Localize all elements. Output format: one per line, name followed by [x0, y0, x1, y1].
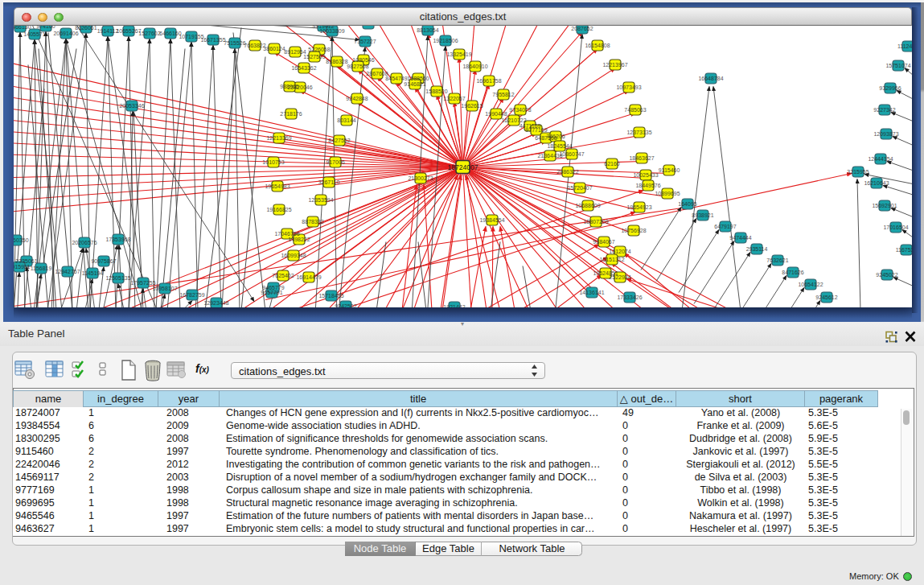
svg-text:1498222: 1498222 [288, 236, 310, 241]
svg-text:18640910: 18640910 [462, 63, 487, 68]
svg-text:16671355: 16671355 [200, 36, 225, 42]
svg-text:90975867: 90975867 [91, 257, 116, 263]
svg-text:10025433: 10025433 [633, 171, 658, 177]
svg-text:15718485: 15718485 [318, 292, 343, 298]
svg-text:9245022: 9245022 [876, 271, 897, 277]
svg-text:18463627: 18463627 [629, 154, 654, 160]
svg-text:62160: 62160 [604, 160, 620, 166]
svg-text:18449576: 18449576 [635, 182, 660, 187]
svg-text:8938921: 8938921 [692, 212, 713, 217]
svg-text:2935114: 2935114 [746, 245, 768, 251]
svg-text:9329966: 9329966 [879, 84, 901, 90]
svg-text:5512913: 5512913 [357, 26, 379, 27]
svg-text:7485063: 7485063 [624, 106, 646, 112]
svg-text:15720407: 15720407 [567, 184, 592, 190]
svg-text:14136141: 14136141 [579, 289, 604, 295]
svg-text:10654122: 10654122 [798, 281, 823, 286]
svg-text:20691406: 20691406 [53, 30, 78, 35]
svg-text:7625402: 7625402 [272, 272, 294, 278]
svg-text:10860747: 10860747 [559, 150, 584, 156]
svg-text:16210643: 16210643 [864, 179, 889, 185]
svg-text:12373135: 12373135 [626, 129, 651, 134]
svg-text:917006: 917006 [326, 159, 344, 164]
svg-text:17016504: 17016504 [883, 224, 908, 229]
svg-text:8186328: 8186328 [326, 58, 347, 64]
svg-text:13325419: 13325419 [446, 51, 471, 56]
svg-text:3267110: 3267110 [318, 179, 340, 184]
svg-text:974160: 974160 [36, 26, 55, 29]
svg-text:17957255: 17957255 [130, 279, 155, 285]
svg-text:3915911: 3915911 [14, 263, 30, 269]
svg-text:3215955: 3215955 [847, 168, 869, 174]
svg-text:6479197: 6479197 [714, 223, 736, 229]
svg-text:1080546: 1080546 [352, 56, 374, 62]
svg-text:12093873: 12093873 [873, 130, 898, 136]
svg-text:1010753: 1010753 [262, 159, 284, 164]
svg-text:9777169: 9777169 [525, 126, 547, 132]
svg-text:8471626: 8471626 [782, 269, 803, 274]
svg-text:10899695: 10899695 [655, 190, 680, 196]
svg-text:16782759: 16782759 [179, 291, 204, 297]
svg-text:26260350: 26260350 [14, 237, 29, 242]
svg-text:1588520: 1588520 [425, 88, 447, 93]
svg-text:164095: 164095 [678, 200, 696, 206]
svg-text:15692901: 15692901 [872, 202, 897, 208]
svg-text:12444154: 12444154 [868, 155, 893, 161]
svg-text:2522934: 2522934 [609, 274, 630, 279]
svg-text:7663822: 7663822 [244, 42, 265, 47]
svg-text:9474444: 9474444 [729, 234, 751, 240]
svg-text:9734078: 9734078 [509, 106, 531, 112]
svg-text:21300273: 21300273 [408, 175, 433, 180]
svg-text:9657791: 9657791 [261, 289, 282, 295]
svg-text:5226058: 5226058 [308, 46, 330, 51]
svg-text:8878332: 8878332 [302, 218, 323, 224]
svg-text:16154808: 16154808 [585, 42, 610, 47]
svg-text:12942757: 12942757 [55, 268, 80, 274]
svg-text:9384067: 9384067 [593, 238, 614, 244]
svg-text:988965: 988965 [280, 83, 298, 89]
svg-text:9115460: 9115460 [659, 167, 680, 172]
svg-text:19166825: 19166825 [266, 206, 291, 212]
svg-text:9242502: 9242502 [335, 303, 356, 307]
svg-text:7357227: 7357227 [354, 38, 376, 43]
svg-text:16099348: 16099348 [281, 252, 306, 257]
svg-text:18245544: 18245544 [547, 142, 572, 148]
svg-text:1921442: 1921442 [443, 303, 465, 307]
svg-text:10756928: 10756928 [621, 227, 646, 233]
svg-text:17353968: 17353968 [105, 236, 130, 241]
svg-text:12923448: 12923448 [203, 299, 228, 305]
svg-text:2335061: 2335061 [15, 257, 37, 263]
svg-text:1145194: 1145194 [82, 270, 104, 275]
svg-text:10033809: 10033809 [319, 27, 344, 33]
svg-text:7955812: 7955812 [492, 91, 514, 97]
svg-text:18807209: 18807209 [583, 218, 608, 224]
svg-text:1527509: 1527509 [303, 53, 325, 59]
svg-text:1990448: 1990448 [485, 110, 507, 116]
svg-text:7515526: 7515526 [224, 39, 245, 45]
svg-text:19218506: 19218506 [433, 37, 458, 43]
svg-text:2466130: 2466130 [14, 26, 31, 30]
svg-text:19654923: 19654923 [626, 204, 651, 209]
svg-text:1588560: 1588560 [407, 75, 429, 80]
svg-text:19654983: 19654983 [265, 183, 290, 188]
svg-text:1322057: 1322057 [443, 95, 465, 101]
svg-text:2718176: 2718176 [280, 110, 302, 116]
svg-text:10973493: 10973493 [616, 84, 641, 89]
svg-text:8626061: 8626061 [75, 26, 97, 31]
svg-text:3860124: 3860124 [263, 45, 285, 51]
svg-text:12213369: 12213369 [266, 134, 291, 140]
svg-text:1167531: 1167531 [896, 246, 912, 252]
svg-text:803144: 803144 [337, 117, 355, 122]
svg-text:7632621: 7632621 [766, 257, 788, 262]
svg-text:746206: 746206 [546, 133, 565, 138]
svg-text:16210722: 16210722 [501, 117, 526, 122]
svg-text:15751074: 15751074 [885, 62, 910, 68]
svg-text:9245612: 9245612 [815, 294, 837, 299]
svg-text:16151312: 16151312 [599, 256, 624, 262]
svg-text:10688609: 10688609 [575, 202, 600, 208]
svg-text:20053346: 20053346 [119, 102, 144, 108]
svg-text:9242848: 9242848 [346, 95, 368, 101]
svg-text:8813054: 8813054 [417, 27, 438, 32]
svg-text:12213967: 12213967 [602, 61, 627, 67]
svg-text:2087652: 2087652 [571, 26, 593, 31]
